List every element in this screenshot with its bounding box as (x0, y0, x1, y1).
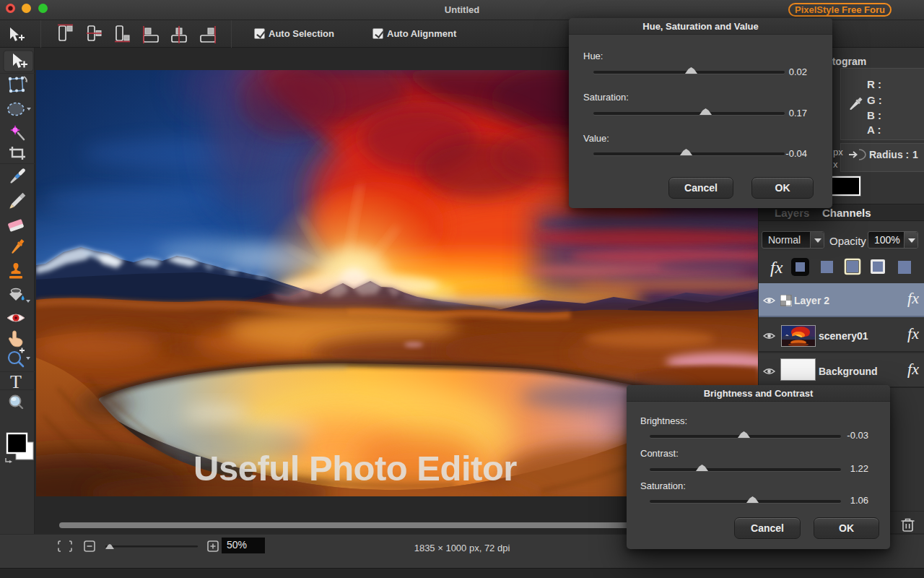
svg-text:fx: fx (770, 258, 783, 277)
svg-text:Useful Photo Editor: Useful Photo Editor (193, 449, 517, 488)
svg-text:T: T (10, 371, 22, 392)
